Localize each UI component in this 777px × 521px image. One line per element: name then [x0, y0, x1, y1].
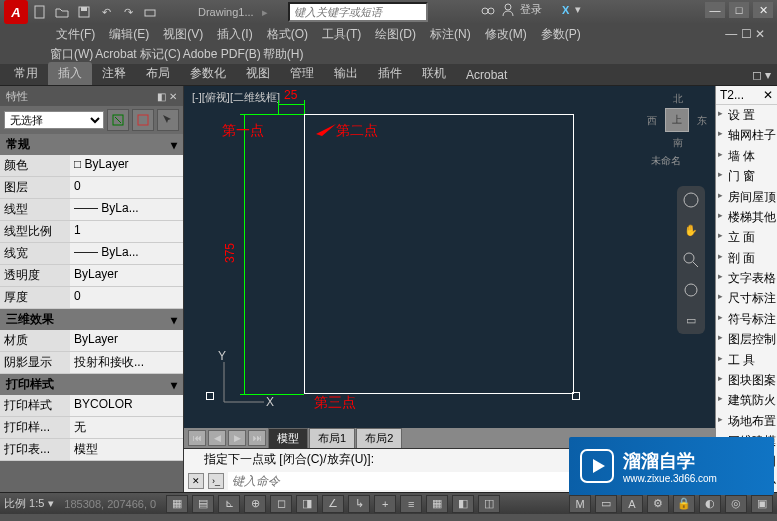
palette-item[interactable]: 文字表格	[716, 268, 777, 288]
ribtab-annotate[interactable]: 注释	[92, 62, 136, 85]
nav-wheel-icon[interactable]	[681, 190, 701, 210]
view-unnamed[interactable]: 未命名	[651, 154, 681, 168]
dropdown-icon[interactable]: ▾	[575, 3, 581, 16]
login-label[interactable]: 登录	[520, 2, 542, 17]
binoculars-icon[interactable]	[480, 3, 496, 17]
close-button[interactable]: ✕	[753, 2, 773, 18]
palette-item[interactable]: 墙 体	[716, 146, 777, 166]
collapse-icon[interactable]: ▾	[171, 138, 177, 152]
menu-edit[interactable]: 编辑(E)	[103, 26, 155, 43]
command-prompt-icon[interactable]: ›_	[208, 473, 224, 489]
compass-east[interactable]: 东	[697, 114, 707, 128]
status-sc-button[interactable]: ◫	[478, 495, 500, 513]
status-otrack-button[interactable]: ∠	[322, 495, 344, 513]
palette-item[interactable]: 设 置	[716, 105, 777, 125]
status-polar-button[interactable]: ⊕	[244, 495, 266, 513]
compass-west[interactable]: 西	[647, 114, 657, 128]
open-icon[interactable]	[54, 4, 70, 20]
tab-prev-icon[interactable]: ◀	[208, 430, 226, 446]
ribtab-online[interactable]: 联机	[412, 62, 456, 85]
print-icon[interactable]	[142, 4, 158, 20]
app-logo[interactable]: A	[4, 0, 28, 24]
user-icon[interactable]	[502, 3, 514, 17]
ribtab-parametric[interactable]: 参数化	[180, 62, 236, 85]
status-snap-button[interactable]: ▦	[166, 495, 188, 513]
menu-draw[interactable]: 绘图(D)	[369, 26, 422, 43]
status-workspace-button[interactable]: ⚙	[647, 495, 669, 513]
menu-file[interactable]: 文件(F)	[50, 26, 101, 43]
ribtab-insert[interactable]: 插入	[48, 62, 92, 85]
palette-item[interactable]: 立 面	[716, 227, 777, 247]
palette-item[interactable]: 楼梯其他	[716, 207, 777, 227]
compass-north[interactable]: 北	[673, 92, 683, 106]
status-osnap-button[interactable]: ◻	[270, 495, 292, 513]
undo-icon[interactable]: ↶	[98, 4, 114, 20]
status-lwt-button[interactable]: ≡	[400, 495, 422, 513]
compass-south[interactable]: 南	[673, 136, 683, 150]
status-annoscale-button[interactable]: A	[621, 495, 643, 513]
tab-next-icon[interactable]: ▶	[228, 430, 246, 446]
ribtab-acrobat[interactable]: Acrobat	[456, 65, 517, 85]
tab-last-icon[interactable]: ⏭	[248, 430, 266, 446]
selection-dropdown[interactable]: 无选择	[4, 111, 104, 129]
nav-pan-icon[interactable]: ✋	[681, 220, 701, 240]
menu-param[interactable]: 参数(P)	[535, 26, 587, 43]
collapse-icon[interactable]: ▾	[171, 313, 177, 327]
viewcube-top[interactable]: 上	[665, 108, 689, 132]
tab-first-icon[interactable]: ⏮	[188, 430, 206, 446]
status-grid-button[interactable]: ▤	[192, 495, 214, 513]
status-model-button[interactable]: M	[569, 495, 591, 513]
menu-insert[interactable]: 插入(I)	[211, 26, 258, 43]
palette-item[interactable]: 门 窗	[716, 166, 777, 186]
tab-model[interactable]: 模型	[268, 428, 308, 449]
minimize-button[interactable]: —	[705, 2, 725, 18]
viewport-label[interactable]: [-][俯视][二维线框]	[192, 90, 280, 105]
doc-close-icon[interactable]: — ☐ ✕	[719, 27, 771, 41]
command-close-icon[interactable]: ✕	[188, 473, 204, 489]
status-lock-button[interactable]: 🔒	[673, 495, 695, 513]
view-cube[interactable]: 北 南 西 东 上 未命名	[647, 92, 707, 152]
exchange-icon[interactable]: X	[562, 4, 569, 16]
tab-layout1[interactable]: 布局1	[309, 428, 355, 449]
status-ortho-button[interactable]: ⊾	[218, 495, 240, 513]
status-hardware-button[interactable]: ◐	[699, 495, 721, 513]
ribtab-output[interactable]: 输出	[324, 62, 368, 85]
palette-item[interactable]: 建筑防火	[716, 390, 777, 410]
menu-window[interactable]: 窗口(W)	[50, 46, 93, 63]
select-objects-button[interactable]	[157, 109, 179, 131]
group-3d[interactable]: 三维效果▾	[0, 309, 183, 330]
quick-select-button[interactable]	[107, 109, 129, 131]
menu-view[interactable]: 视图(V)	[157, 26, 209, 43]
ribtab-layout[interactable]: 布局	[136, 62, 180, 85]
palette-item[interactable]: 轴网柱子	[716, 125, 777, 145]
palette-item[interactable]: 图块图案	[716, 370, 777, 390]
group-plot[interactable]: 打印样式▾	[0, 374, 183, 395]
palette-item[interactable]: 符号标注	[716, 309, 777, 329]
properties-list[interactable]: 常规▾ 颜色□ ByLayer 图层0 线型—— ByLa... 线型比例1 线…	[0, 134, 183, 492]
scale-control[interactable]: 比例 1:5	[4, 496, 44, 511]
nav-orbit-icon[interactable]	[681, 280, 701, 300]
grip[interactable]	[572, 392, 580, 400]
status-dyn-button[interactable]: +	[374, 495, 396, 513]
status-qp-button[interactable]: ◧	[452, 495, 474, 513]
menu-help[interactable]: 帮助(H)	[263, 46, 304, 63]
save-icon[interactable]	[76, 4, 92, 20]
grip[interactable]	[206, 392, 214, 400]
palette-item[interactable]: 剖 面	[716, 248, 777, 268]
help-search-input[interactable]	[288, 2, 428, 22]
maximize-button[interactable]: □	[729, 2, 749, 18]
palette-item[interactable]: 工 具	[716, 350, 777, 370]
ribtab-view[interactable]: 视图	[236, 62, 280, 85]
palette-item[interactable]: 房间屋顶	[716, 187, 777, 207]
palette-item[interactable]: 场地布置	[716, 411, 777, 431]
ribtab-home[interactable]: 常用	[4, 62, 48, 85]
menu-dim[interactable]: 标注(N)	[424, 26, 477, 43]
status-tpy-button[interactable]: ▦	[426, 495, 448, 513]
redo-icon[interactable]: ↷	[120, 4, 136, 20]
status-3dosnap-button[interactable]: ◨	[296, 495, 318, 513]
collapse-icon[interactable]: ▾	[171, 378, 177, 392]
scale-dropdown-icon[interactable]: ▾	[48, 497, 54, 510]
ribtab-addins[interactable]: 插件	[368, 62, 412, 85]
status-isolate-button[interactable]: ◎	[725, 495, 747, 513]
group-general[interactable]: 常规▾	[0, 134, 183, 155]
